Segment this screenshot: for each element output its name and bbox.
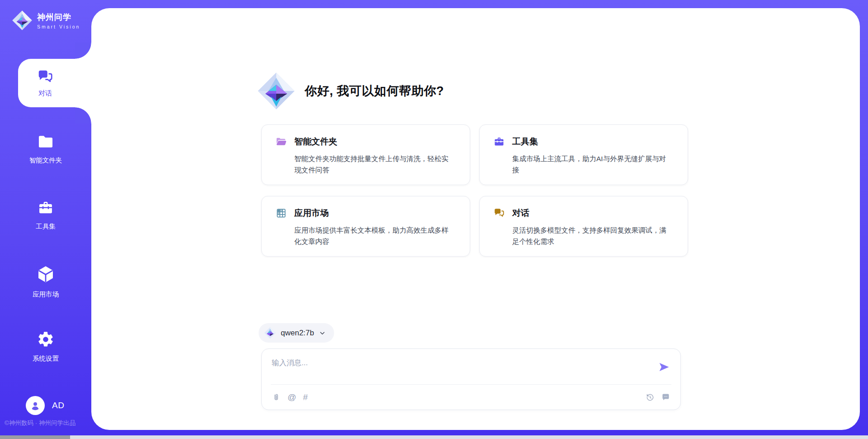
chat-icon <box>493 207 505 219</box>
speech-bubble-icon <box>661 392 670 402</box>
card-description: 集成市场上主流工具，助力AI与外界无缝扩展与对接 <box>512 153 670 176</box>
sidebar-item-settings[interactable]: 系统设置 <box>0 330 91 363</box>
history-button[interactable] <box>646 393 655 402</box>
sidebar-item-label: 对话 <box>38 89 52 98</box>
card-description: 灵活切换多模型文件，支持多样回复效果调试，满足个性化需求 <box>512 224 670 247</box>
main-area: 你好, 我可以如何帮助你? 智能文件夹 智能文件夹功能支持批量文件上传与清洗，轻… <box>91 8 860 430</box>
sidebar-item-label: 系统设置 <box>0 354 91 363</box>
card-title: 工具集 <box>512 136 538 148</box>
card-app-market[interactable]: 应用市场 应用市场提供丰富长文本模板，助力高效生成多样化文章内容 <box>261 196 470 257</box>
card-description: 应用市场提供丰富长文本模板，助力高效生成多样化文章内容 <box>294 224 452 247</box>
model-logo-icon <box>264 327 276 339</box>
send-button[interactable] <box>658 361 670 373</box>
card-title: 对话 <box>512 207 529 219</box>
avatar <box>26 396 45 415</box>
brand: 神州问学 Smart Vision <box>12 10 80 31</box>
feedback-button[interactable] <box>661 392 670 402</box>
at-icon: @ <box>288 393 296 401</box>
greeting-title: 你好, 我可以如何帮助你? <box>305 83 444 99</box>
folder-open-icon <box>275 136 287 148</box>
sidebar-item-chat[interactable]: 对话 <box>18 59 95 107</box>
card-title: 应用市场 <box>294 207 329 219</box>
model-selector[interactable]: qwen2:7b <box>259 323 334 343</box>
sidebar-item-app-market[interactable]: 应用市场 <box>0 264 91 299</box>
history-icon <box>646 393 655 402</box>
sidebar-item-label: 应用市场 <box>0 290 91 299</box>
greeting-logo-icon <box>257 72 296 110</box>
sidebar-footer: ©神州数码 · 神州问学出品 <box>5 419 90 427</box>
model-name: qwen2:7b <box>281 329 314 338</box>
user-initials: AD <box>52 401 64 410</box>
brand-name: 神州问学 <box>37 12 80 23</box>
mention-button[interactable]: @ <box>288 393 296 401</box>
card-smart-folder[interactable]: 智能文件夹 智能文件夹功能支持批量文件上传与清洗，轻松实现文件问答 <box>261 124 470 185</box>
send-icon <box>658 361 670 373</box>
sidebar-item-label: 智能文件夹 <box>0 156 91 165</box>
chat-icon <box>37 68 54 86</box>
horizontal-scrollbar <box>0 435 868 439</box>
message-input[interactable] <box>262 349 660 390</box>
greeting: 你好, 我可以如何帮助你? <box>257 72 444 110</box>
brand-subtitle: Smart Vision <box>37 24 80 29</box>
scrollbar-thumb[interactable] <box>0 435 70 439</box>
person-icon <box>29 400 41 411</box>
toolbox-icon <box>36 199 55 216</box>
hashtag-button[interactable]: # <box>303 393 308 401</box>
card-title: 智能文件夹 <box>294 136 337 148</box>
folder-icon <box>36 133 55 150</box>
sidebar-item-smart-folder[interactable]: 智能文件夹 <box>0 133 91 165</box>
user-account[interactable]: AD <box>26 396 64 415</box>
grid-icon <box>275 207 287 219</box>
composer: @ # <box>261 348 681 410</box>
tab-fillet-bottom <box>75 107 91 124</box>
card-chat[interactable]: 对话 灵活切换多模型文件，支持多样回复效果调试，满足个性化需求 <box>479 196 688 257</box>
hash-icon: # <box>303 393 308 401</box>
gear-icon <box>37 330 55 348</box>
paperclip-icon <box>272 393 281 402</box>
sidebar-item-label: 工具集 <box>0 222 91 231</box>
feature-cards: 智能文件夹 智能文件夹功能支持批量文件上传与清洗，轻松实现文件问答 工具集 集成… <box>261 124 688 257</box>
tab-fillet-top <box>75 43 91 59</box>
card-toolset[interactable]: 工具集 集成市场上主流工具，助力AI与外界无缝扩展与对接 <box>479 124 688 185</box>
card-description: 智能文件夹功能支持批量文件上传与清洗，轻松实现文件问答 <box>294 153 452 176</box>
sidebar-item-toolset[interactable]: 工具集 <box>0 199 91 231</box>
cube-icon <box>36 264 56 284</box>
attach-button[interactable] <box>272 393 281 402</box>
brand-logo-icon <box>12 10 33 31</box>
sidebar: 神州问学 Smart Vision 对话 智能文件夹 工具集 <box>0 0 91 439</box>
toolbox-icon <box>493 136 505 148</box>
chevron-down-icon <box>319 329 326 337</box>
